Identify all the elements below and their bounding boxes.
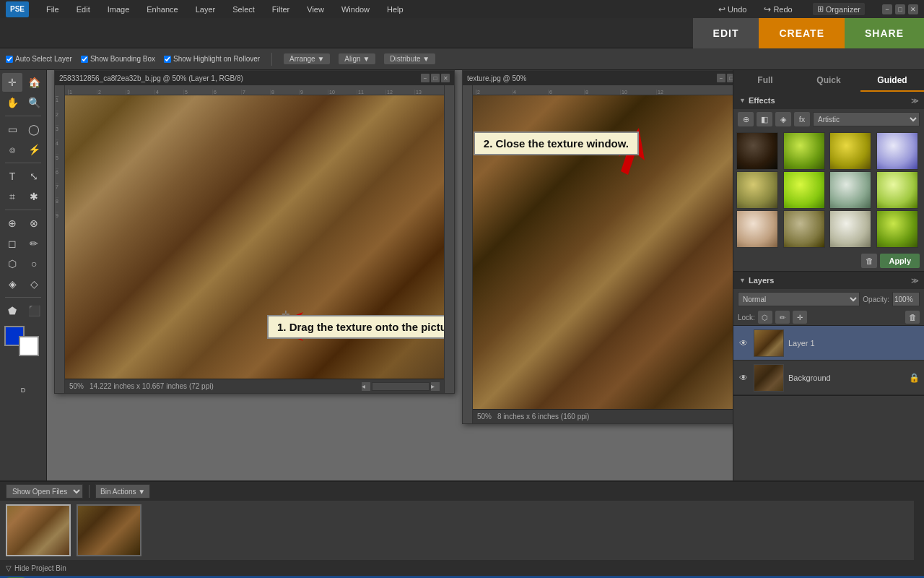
maximize-button[interactable]: □ [895,4,905,14]
tab-quick[interactable]: Quick [797,70,860,92]
effect-thumb-4[interactable] [876,132,918,170]
effects-trash-button[interactable]: 🗑 [861,254,877,268]
move-tool[interactable]: ✛ [2,73,22,92]
effect-thumb-6[interactable] [783,171,825,209]
tab-full[interactable]: Full [733,70,797,92]
effect-thumb-12[interactable] [876,210,918,248]
effects-filter-icon-btn[interactable]: ⊕ [738,112,754,126]
hide-project-bin-button[interactable]: Hide Project Bin [14,564,66,572]
canvas-1[interactable]: 1. Drag the texture onto the picture. ✛ [65,95,444,379]
zoom-tool[interactable]: 🏠 [24,73,44,92]
effect-thumb-7[interactable] [829,171,871,209]
tab-guided[interactable]: Guided [860,70,924,92]
mode-create-button[interactable]: CREATE [759,18,845,48]
effects-category-select[interactable]: Artistic [813,112,920,126]
menu-file[interactable]: File [43,4,62,15]
sharpen-tool[interactable]: ◇ [24,275,44,293]
effects-style-btn[interactable]: ◈ [775,112,791,126]
layer-row-1[interactable]: 👁 Layer 1 [733,326,924,361]
organizer-button[interactable]: ⊞ Organizer [813,3,865,15]
effect-thumb-2[interactable] [783,132,825,170]
marquee-rect-tool[interactable]: ▭ [2,120,22,139]
auto-select-check[interactable]: Auto Select Layer [6,55,72,63]
effect-thumb-8[interactable] [876,171,918,209]
effect-thumb-3[interactable] [829,132,871,170]
doc1-maximize[interactable]: □ [431,74,440,82]
lock-paint-button[interactable]: ✏ [775,311,790,324]
mode-share-button[interactable]: SHARE [845,18,924,48]
paint-bucket-tool[interactable]: ⬡ [2,254,22,273]
menu-enhance[interactable]: Enhance [144,4,180,15]
healing-tool[interactable]: ⊕ [2,214,22,233]
menu-filter[interactable]: Filter [269,4,292,15]
background-visibility[interactable]: 👁 [738,372,749,384]
opacity-input[interactable] [892,292,920,306]
layer-row-background[interactable]: 👁 Background 🔒 [733,361,924,395]
default-colors-button[interactable]: D [13,381,33,400]
effect-thumb-10[interactable] [783,210,825,248]
lasso-tool[interactable]: ⌾ [2,140,22,159]
effect-thumb-5[interactable] [736,171,778,209]
crop-tool[interactable]: ⌗ [2,187,22,206]
dodge-tool[interactable]: ○ [24,254,44,273]
transform-tool[interactable]: ⤡ [24,167,44,186]
redo-button[interactable]: ↪ Redo [764,4,792,14]
layer-trash-button[interactable]: 🗑 [905,311,920,324]
magic-wand-tool[interactable]: ⚡ [24,140,44,159]
menu-edit[interactable]: Edit [74,4,93,15]
effects-layer-btn[interactable]: ◧ [757,112,772,126]
show-bounding-check[interactable]: Show Bounding Box [81,55,155,63]
lock-transparent-button[interactable]: ⬡ [758,311,772,324]
menu-view[interactable]: View [304,4,327,15]
menu-layer[interactable]: Layer [193,4,219,15]
hand-tool[interactable]: ✋ [2,93,22,112]
scroll-vertical-1[interactable] [444,85,454,393]
arrange-button[interactable]: Arrange ▼ [284,53,330,64]
layers-header[interactable]: ▼ Layers ≫ [733,272,924,289]
effect-thumb-11[interactable] [829,210,871,248]
undo-button[interactable]: ↩ Undo [718,4,746,14]
cookie-cutter-tool[interactable]: ✱ [24,187,44,206]
blend-mode-select[interactable]: Normal [738,292,860,306]
fb-scrollbar[interactable] [914,501,924,560]
eraser-tool[interactable]: ◻ [2,234,22,253]
fb-thumb-1[interactable] [6,504,71,556]
gradient-tool[interactable]: ⬛ [24,301,44,320]
menu-select[interactable]: Select [230,4,258,15]
doc2-maximize[interactable]: □ [727,74,733,82]
scroll-left-btn[interactable]: ◂ [362,382,370,391]
effects-header[interactable]: ▼ Effects ≫ [733,92,924,109]
blur-tool[interactable]: ◈ [2,275,22,293]
effect-thumb-9[interactable] [736,210,778,248]
bin-actions-button[interactable]: Bin Actions ▼ [95,484,150,499]
marquee-ellipse-tool[interactable]: ◯ [24,120,44,139]
brush-tool[interactable]: ✏ [24,234,44,253]
clone-tool[interactable]: ⊗ [24,214,44,233]
canvas-2[interactable]: 2. Close the texture window. [473,95,733,409]
mode-edit-button[interactable]: EDIT [693,18,759,48]
type-tool[interactable]: T [2,167,22,186]
scroll-right-btn[interactable]: ▸ [431,382,440,391]
effects-apply-button[interactable]: Apply [880,254,920,268]
fb-thumb-2[interactable] [77,504,141,556]
show-highlight-check[interactable]: Show Highlight on Rollover [164,55,260,63]
menu-window[interactable]: Window [339,4,372,15]
align-button[interactable]: Align ▼ [339,53,375,64]
eyedropper-tool[interactable]: 🔍 [24,93,44,112]
effect-thumb-1[interactable] [736,132,778,170]
menu-image[interactable]: Image [105,4,133,15]
effects-fx-btn[interactable]: fx [794,112,810,126]
distribute-button[interactable]: Distribute ▼ [384,53,435,64]
close-button[interactable]: ✕ [908,4,918,14]
shape-tool[interactable]: ⬟ [2,301,22,320]
background-color[interactable] [19,336,39,356]
show-open-files-select[interactable]: Show Open Files [6,484,83,499]
horizontal-scrollbar[interactable] [372,382,430,391]
menu-help[interactable]: Help [384,4,406,15]
lock-move-button[interactable]: ✛ [793,311,807,324]
doc2-minimize[interactable]: − [717,74,725,82]
layer-1-visibility[interactable]: 👁 [738,337,749,349]
doc1-close[interactable]: ✕ [441,74,450,82]
minimize-button[interactable]: − [882,4,892,14]
doc1-minimize[interactable]: − [421,74,430,82]
